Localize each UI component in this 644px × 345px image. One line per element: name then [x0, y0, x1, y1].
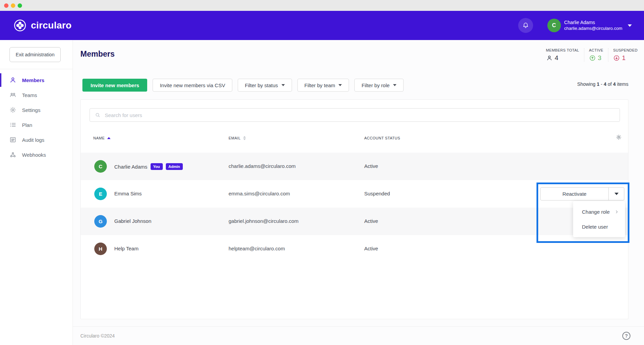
filter-label: Filter by status [245, 82, 278, 88]
results-count: Showing1-4of4items [577, 81, 628, 87]
stat-suspended: SUSPENDED 1 [608, 48, 638, 62]
member-email: gabriel.johnson@circularo.com [229, 218, 298, 224]
invite-new-members-button[interactable]: Invite new members [82, 79, 147, 92]
filter-by-status-dropdown[interactable]: Filter by status [238, 79, 292, 92]
user-name: Charlie Adams [564, 20, 622, 26]
circularo-logo-icon [14, 19, 26, 32]
table-row[interactable]: G Gabriel Johnson gabriel.johnson@circul… [81, 208, 628, 235]
chevron-down-icon [281, 84, 285, 86]
sidebar-item-settings[interactable]: Settings [0, 102, 73, 117]
admin-badge: Admin [166, 163, 183, 170]
avatar: E [94, 188, 107, 200]
avatar: H [94, 243, 107, 255]
page-title: Members [80, 50, 115, 59]
brand-name: circularo [31, 20, 72, 31]
invite-csv-button[interactable]: Invite new members via CSV [153, 79, 232, 92]
column-header-email[interactable]: EMAIL [229, 136, 246, 140]
sidebar-item-label: Webhooks [22, 152, 46, 158]
webhooks-icon [9, 151, 17, 158]
search-icon [95, 112, 101, 118]
macos-titlebar [0, 0, 644, 11]
toolbar: Invite new members Invite new members vi… [82, 79, 404, 92]
chevron-down-icon [628, 24, 632, 27]
reactivate-button[interactable]: Reactivate [541, 188, 608, 200]
gear-icon [9, 106, 17, 114]
copyright-text: Circularo ©2024 [80, 333, 115, 339]
arrow-down-circle-icon [613, 55, 620, 61]
member-email: emma.sims@circularo.com [229, 191, 290, 196]
member-name: Emma Sims [114, 191, 142, 196]
filter-by-role-dropdown[interactable]: Filter by role [354, 79, 404, 92]
sidebar-item-plan[interactable]: Plan [0, 117, 73, 132]
menu-item-label: Change role [582, 209, 610, 215]
minimize-window-button[interactable] [11, 3, 15, 8]
app-window: circularo C Charlie Adams charlie.adams@… [0, 0, 644, 345]
row-actions-menu: Change role Delete user [573, 201, 625, 237]
close-window-button[interactable] [4, 3, 8, 8]
help-icon[interactable]: ? [622, 332, 630, 340]
sidebar-item-label: Teams [22, 92, 37, 98]
filter-by-team-dropdown[interactable]: Filter by team [297, 79, 349, 92]
filter-label: Filter by team [305, 82, 335, 88]
sidebar-item-label: Audit logs [22, 137, 44, 143]
user-avatar: C [547, 19, 561, 32]
sidebar-item-label: Plan [22, 122, 32, 128]
stat-active: ACTIVE 3 [584, 48, 608, 62]
members-table: C Charlie Adams You Admin charlie.adams@… [81, 153, 628, 263]
table-row[interactable]: H Help Team helpteam@circularo.com Activ… [81, 235, 628, 263]
app-header: circularo C Charlie Adams charlie.adams@… [0, 11, 644, 40]
gear-icon [616, 134, 622, 140]
member-name: Charlie Adams You Admin [114, 163, 183, 170]
search-input[interactable] [105, 112, 615, 118]
sidebar-item-label: Members [22, 77, 44, 83]
user-email: charlie.adams@circularo.com [564, 26, 622, 31]
notifications-button[interactable] [518, 18, 533, 33]
group-icon [9, 91, 17, 99]
search-box [90, 108, 620, 122]
chevron-down-icon [393, 84, 396, 86]
filter-label: Filter by role [362, 82, 390, 88]
menu-item-change-role[interactable]: Change role [573, 207, 625, 217]
sidebar-item-webhooks[interactable]: Webhooks [0, 147, 73, 162]
member-email: charlie.adams@circularo.com [229, 163, 296, 169]
user-avatar-initial: C [552, 22, 556, 28]
chevron-right-icon [614, 210, 619, 214]
table-row[interactable]: C Charlie Adams You Admin charlie.adams@… [81, 153, 628, 180]
zoom-window-button[interactable] [18, 3, 22, 8]
stat-label: SUSPENDED [613, 48, 638, 52]
stat-value: 3 [598, 54, 602, 62]
person-icon [546, 55, 553, 61]
row-actions-toggle[interactable] [608, 188, 624, 200]
member-status: Active [364, 163, 378, 169]
member-stats: MEMBERS TOTAL 4 ACTIVE [541, 48, 638, 62]
exit-administration-button[interactable]: Exit administration [9, 47, 61, 62]
stat-value: 1 [622, 54, 626, 62]
chevron-down-icon [338, 84, 342, 86]
person-icon [9, 76, 17, 84]
member-email: helpteam@circularo.com [229, 246, 285, 251]
sidebar-nav: Members Teams Settings [0, 69, 73, 162]
menu-item-delete-user[interactable]: Delete user [573, 222, 625, 232]
table-header: NAME EMAIL ACCOUNT STATUS [81, 133, 628, 146]
sidebar-item-members[interactable]: Members [0, 73, 73, 88]
column-header-name[interactable]: NAME [93, 136, 111, 140]
table-settings-button[interactable] [616, 134, 622, 140]
reactivate-split-button: Reactivate [540, 187, 624, 200]
column-header-account-status: ACCOUNT STATUS [364, 136, 400, 140]
sidebar-item-teams[interactable]: Teams [0, 88, 73, 102]
member-status: Active [364, 246, 378, 251]
stat-label: MEMBERS TOTAL [546, 48, 579, 52]
user-menu[interactable]: C Charlie Adams charlie.adams@circularo.… [547, 19, 632, 32]
stat-members-total: MEMBERS TOTAL 4 [541, 48, 584, 62]
you-badge: You [151, 163, 163, 170]
list-icon [9, 121, 17, 129]
brand-logo[interactable]: circularo [14, 19, 72, 32]
sidebar: Exit administration Members Teams [0, 40, 73, 345]
stat-label: ACTIVE [589, 48, 603, 52]
sort-ascending-icon [107, 137, 111, 139]
sidebar-item-audit-logs[interactable]: Audit logs [0, 132, 73, 147]
menu-item-label: Delete user [582, 224, 608, 230]
member-status: Active [364, 218, 378, 224]
member-name: Gabriel Johnson [114, 218, 151, 224]
document-lines-icon [9, 136, 17, 143]
